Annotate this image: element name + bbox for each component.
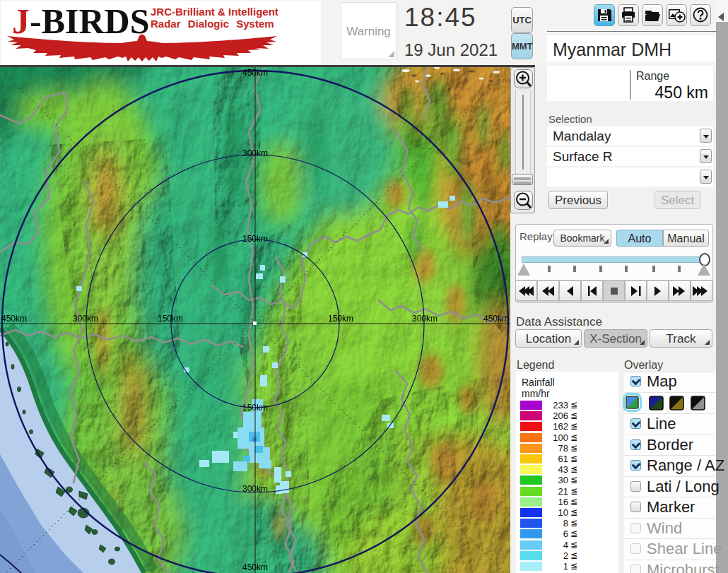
svg-text:300km: 300km — [242, 148, 268, 158]
svg-text:150km: 150km — [158, 314, 183, 324]
svg-text:450km: 450km — [242, 562, 268, 572]
svg-text:300km: 300km — [73, 314, 98, 324]
svg-text:150km: 150km — [242, 234, 268, 244]
svg-text:300km: 300km — [412, 314, 438, 324]
svg-text:450km: 450km — [1, 314, 27, 324]
svg-text:150km: 150km — [328, 314, 353, 324]
svg-text:150km: 150km — [242, 403, 268, 413]
svg-text:450km: 450km — [242, 68, 268, 78]
svg-text:300km: 300km — [242, 484, 268, 494]
svg-text:450km: 450km — [483, 314, 509, 324]
